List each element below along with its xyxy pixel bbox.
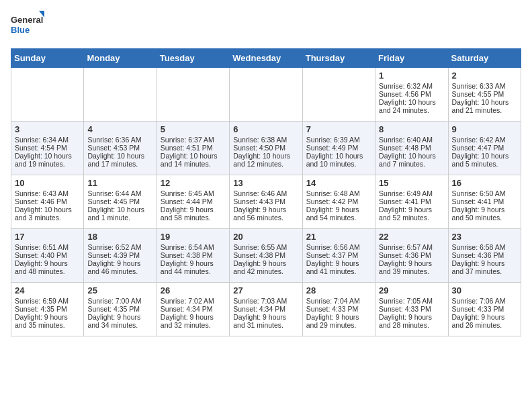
cell-content: Sunrise: 6:37 AM	[161, 136, 226, 144]
cell-content: Daylight: 9 hours and 29 minutes.	[306, 313, 371, 329]
calendar-cell: 6Sunrise: 6:38 AMSunset: 4:50 PMDaylight…	[230, 122, 302, 175]
day-number: 17	[15, 232, 80, 242]
cell-content: Sunset: 4:33 PM	[306, 305, 371, 313]
cell-content: Daylight: 9 hours and 50 minutes.	[452, 205, 517, 222]
cell-content: Sunset: 4:37 PM	[306, 251, 371, 259]
cell-content: Sunrise: 6:36 AM	[87, 136, 152, 144]
cell-content: Daylight: 10 hours and 3 minutes.	[15, 205, 80, 222]
cell-content: Sunset: 4:35 PM	[87, 305, 152, 313]
cell-content: Daylight: 10 hours and 1 minute.	[87, 205, 152, 222]
day-number: 7	[306, 124, 371, 134]
cell-content: Sunrise: 6:40 AM	[379, 136, 444, 144]
logo: General Blue	[11, 11, 44, 40]
calendar-cell: 14Sunrise: 6:48 AMSunset: 4:42 PMDayligh…	[302, 175, 375, 229]
calendar-cell: 18Sunrise: 6:52 AMSunset: 4:39 PMDayligh…	[84, 229, 157, 283]
cell-content: Daylight: 9 hours and 54 minutes.	[306, 205, 371, 222]
cell-content: Daylight: 10 hours and 21 minutes.	[452, 98, 517, 114]
cell-content: Sunrise: 6:55 AM	[233, 243, 298, 251]
day-number: 3	[15, 124, 80, 134]
day-header-tuesday: Tuesday	[157, 49, 229, 68]
calendar-cell: 26Sunrise: 7:02 AMSunset: 4:34 PMDayligh…	[157, 283, 229, 336]
cell-content: Sunset: 4:34 PM	[161, 305, 226, 313]
cell-content: Sunrise: 6:32 AM	[379, 82, 444, 90]
cell-content: Sunrise: 6:45 AM	[161, 189, 226, 197]
day-number: 2	[452, 71, 517, 81]
calendar-cell: 20Sunrise: 6:55 AMSunset: 4:38 PMDayligh…	[230, 229, 302, 283]
cell-content: Sunrise: 6:42 AM	[452, 136, 517, 144]
cell-content: Sunset: 4:47 PM	[452, 144, 517, 152]
cell-content: Daylight: 9 hours and 44 minutes.	[161, 259, 226, 275]
calendar-cell: 13Sunrise: 6:46 AMSunset: 4:43 PMDayligh…	[230, 175, 302, 229]
cell-content: Sunrise: 6:56 AM	[306, 243, 371, 251]
cell-content: Sunset: 4:41 PM	[452, 197, 517, 205]
cell-content: Sunset: 4:50 PM	[233, 144, 298, 152]
calendar-table: SundayMondayTuesdayWednesdayThursdayFrid…	[11, 48, 521, 336]
calendar-cell: 25Sunrise: 7:00 AMSunset: 4:35 PMDayligh…	[84, 283, 157, 336]
calendar-cell: 10Sunrise: 6:43 AMSunset: 4:46 PMDayligh…	[11, 175, 84, 229]
calendar-cell: 7Sunrise: 6:39 AMSunset: 4:49 PMDaylight…	[302, 122, 375, 175]
day-number: 20	[233, 232, 298, 242]
day-number: 18	[87, 232, 152, 242]
cell-content: Sunset: 4:48 PM	[379, 144, 444, 152]
cell-content: Sunset: 4:41 PM	[379, 197, 444, 205]
cell-content: Daylight: 9 hours and 41 minutes.	[306, 259, 371, 275]
cell-content: Sunrise: 6:54 AM	[161, 243, 226, 251]
day-number: 10	[15, 178, 80, 188]
cell-content: Daylight: 9 hours and 56 minutes.	[233, 205, 298, 222]
header: General Blue	[11, 11, 521, 40]
day-number: 4	[87, 124, 152, 134]
cell-content: Sunrise: 6:59 AM	[15, 297, 80, 305]
calendar-cell: 30Sunrise: 7:06 AMSunset: 4:33 PMDayligh…	[448, 283, 521, 336]
cell-content: Sunset: 4:43 PM	[233, 197, 298, 205]
cell-content: Daylight: 10 hours and 24 minutes.	[379, 98, 444, 114]
day-number: 27	[233, 285, 298, 295]
cell-content: Daylight: 10 hours and 5 minutes.	[452, 152, 517, 168]
cell-content: Sunrise: 7:06 AM	[452, 297, 517, 305]
day-number: 26	[161, 285, 226, 295]
cell-content: Sunrise: 6:51 AM	[15, 243, 80, 251]
cell-content: Daylight: 9 hours and 28 minutes.	[379, 313, 444, 329]
svg-text:Blue: Blue	[11, 25, 30, 35]
cell-content: Sunset: 4:40 PM	[15, 251, 80, 259]
cell-content: Sunset: 4:34 PM	[233, 305, 298, 313]
cell-content: Daylight: 10 hours and 10 minutes.	[306, 152, 371, 168]
cell-content: Sunset: 4:39 PM	[87, 251, 152, 259]
cell-content: Daylight: 9 hours and 34 minutes.	[87, 313, 152, 329]
cell-content: Sunset: 4:36 PM	[379, 251, 444, 259]
cell-content: Sunrise: 6:43 AM	[15, 189, 80, 197]
cell-content: Daylight: 10 hours and 17 minutes.	[87, 152, 152, 168]
cell-content: Sunset: 4:45 PM	[87, 197, 152, 205]
cell-content: Sunset: 4:38 PM	[233, 251, 298, 259]
day-number: 23	[452, 232, 517, 242]
calendar-cell	[84, 68, 157, 122]
cell-content: Daylight: 10 hours and 12 minutes.	[233, 152, 298, 168]
cell-content: Sunset: 4:33 PM	[452, 305, 517, 313]
cell-content: Sunset: 4:33 PM	[379, 305, 444, 313]
day-header-monday: Monday	[84, 49, 157, 68]
day-number: 28	[306, 285, 371, 295]
cell-content: Daylight: 9 hours and 48 minutes.	[15, 259, 80, 275]
day-number: 9	[452, 124, 517, 134]
calendar-cell: 5Sunrise: 6:37 AMSunset: 4:51 PMDaylight…	[157, 122, 229, 175]
calendar-cell: 2Sunrise: 6:33 AMSunset: 4:55 PMDaylight…	[448, 68, 521, 122]
cell-content: Sunrise: 6:57 AM	[379, 243, 444, 251]
calendar-cell	[157, 68, 229, 122]
day-number: 8	[379, 124, 444, 134]
cell-content: Sunrise: 6:38 AM	[233, 136, 298, 144]
cell-content: Sunset: 4:42 PM	[306, 197, 371, 205]
cell-content: Sunrise: 6:34 AM	[15, 136, 80, 144]
day-number: 15	[379, 178, 444, 188]
day-number: 14	[306, 178, 371, 188]
calendar-cell: 16Sunrise: 6:50 AMSunset: 4:41 PMDayligh…	[448, 175, 521, 229]
cell-content: Sunset: 4:54 PM	[15, 144, 80, 152]
cell-content: Sunrise: 6:39 AM	[306, 136, 371, 144]
cell-content: Sunset: 4:53 PM	[87, 144, 152, 152]
cell-content: Sunrise: 6:46 AM	[233, 189, 298, 197]
cell-content: Daylight: 10 hours and 7 minutes.	[379, 152, 444, 168]
day-number: 12	[161, 178, 226, 188]
calendar-cell: 27Sunrise: 7:03 AMSunset: 4:34 PMDayligh…	[230, 283, 302, 336]
calendar-cell: 19Sunrise: 6:54 AMSunset: 4:38 PMDayligh…	[157, 229, 229, 283]
cell-content: Daylight: 10 hours and 14 minutes.	[161, 152, 226, 168]
calendar-cell: 15Sunrise: 6:49 AMSunset: 4:41 PMDayligh…	[375, 175, 448, 229]
cell-content: Daylight: 9 hours and 39 minutes.	[379, 259, 444, 275]
